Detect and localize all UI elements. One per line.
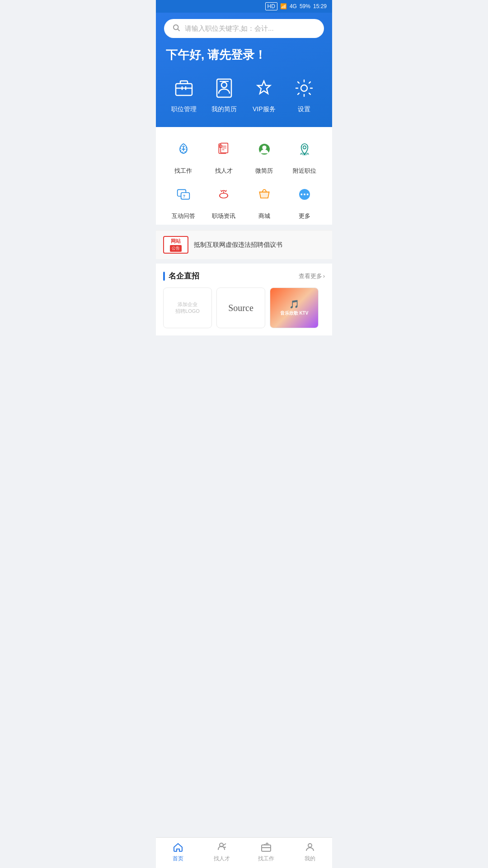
more-icon [291,181,318,208]
quick-action-my-resume[interactable]: 我的简历 [211,75,237,113]
workplace-news-icon [211,181,237,208]
job-management-label: 职位管理 [171,105,197,113]
company-card-1[interactable]: 添加企业招聘LOGO [163,288,212,328]
my-resume-label: 我的简历 [211,105,237,113]
menu-item-micro-resume[interactable]: 微简历 [244,136,285,175]
find-talent-label: 找人才 [215,167,233,175]
settings-label: 设置 [298,105,310,113]
workplace-news-label: 职场资讯 [212,212,235,220]
svg-point-34 [307,193,309,195]
svg-point-7 [221,82,227,88]
nearby-jobs-icon [291,136,318,162]
nearby-jobs-label: 附近职位 [293,167,316,175]
company-2-name: Source [228,303,253,313]
notice-text: 抵制互联网虚假违法招聘倡议书 [194,241,282,249]
menu-item-qa[interactable]: ? 互动问答 [163,181,204,220]
nav-spacer [156,335,332,367]
search-placeholder: 请输入职位关键字,如：会计... [185,24,274,33]
wifi-icon: 📶 [280,3,287,9]
quick-action-vip[interactable]: VIP服务 [251,75,277,113]
section-more-button[interactable]: 查看更多 › [299,272,325,280]
ktv-card: 🎵 音乐欣歌 KTV [270,288,318,328]
find-talent-icon [211,136,237,162]
section-title-bar [163,272,165,281]
micro-resume-icon [251,136,277,162]
status-bar: HD 📶 4G 59% 15:29 [156,0,332,13]
qa-icon: ? [170,181,197,208]
notice-bar[interactable]: 网站 公告 抵制互联网虚假违法招聘倡议书 [156,230,332,259]
svg-point-0 [174,25,178,30]
search-icon [172,24,180,33]
svg-point-33 [304,193,305,195]
signal-label: 4G [290,3,297,9]
svg-line-24 [300,153,302,155]
company-1-placeholder: 添加企业招聘LOGO [172,297,203,318]
menu-item-find-job[interactable]: 找工作 [163,136,204,175]
menu-item-more[interactable]: 更多 [285,181,325,220]
menu-grid: 找工作 找人才 [160,136,328,220]
svg-text:?: ? [183,194,185,198]
menu-item-workplace-news[interactable]: 职场资讯 [204,181,244,220]
find-job-label: 找工作 [174,167,192,175]
micro-resume-label: 微简历 [255,167,273,175]
quick-action-settings[interactable]: 设置 [291,75,317,113]
header-area: 请输入职位关键字,如：会计... 下午好, 请先登录！ 职位管理 [156,13,332,127]
greeting-text: 下午好, 请先登录！ [164,47,324,63]
vip-label: VIP服务 [253,105,276,113]
settings-icon [291,75,317,101]
job-management-icon [171,75,197,101]
company-cards: 添加企业招聘LOGO Source 🎵 音乐欣歌 KTV [163,288,325,328]
section-title: 名企直招 [169,271,199,281]
svg-point-22 [303,146,306,149]
time-label: 15:29 [313,3,327,9]
section-title-wrap: 名企直招 [163,271,199,281]
mall-icon [251,181,277,208]
menu-item-mall[interactable]: 商城 [244,181,285,220]
ktv-label: 🎵 音乐欣歌 KTV [280,299,309,316]
qa-label: 互动问答 [172,212,195,220]
my-resume-icon [211,75,237,101]
menu-item-find-talent[interactable]: 找人才 [204,136,244,175]
mall-label: 商城 [258,212,270,220]
find-job-icon [170,136,197,162]
search-bar[interactable]: 请输入职位关键字,如：会计... [164,19,324,38]
quick-actions: 职位管理 我的简历 VIP服务 [164,75,324,113]
more-label: 更多 [299,212,310,220]
company-card-2[interactable]: Source [216,288,265,328]
section-header: 名企直招 查看更多 › [163,271,325,281]
content-area: 找工作 找人才 [156,127,332,225]
notice-tag-top: 网站 [171,238,181,245]
svg-rect-2 [176,84,192,95]
quick-action-job-management[interactable]: 职位管理 [171,75,197,113]
chevron-right-icon: › [323,273,325,279]
svg-point-9 [301,85,307,91]
svg-point-32 [301,193,303,195]
notice-tag: 网站 公告 [163,236,188,254]
battery-label: 59% [300,3,310,9]
company-card-3[interactable]: 🎵 音乐欣歌 KTV [270,288,319,328]
notice-tag-bottom: 公告 [170,245,182,252]
svg-line-25 [308,153,309,155]
hd-badge: HD [265,2,277,10]
menu-item-nearby-jobs[interactable]: 附近职位 [285,136,325,175]
vip-icon [251,75,277,101]
section-more-label: 查看更多 [299,272,322,280]
svg-point-21 [262,146,266,150]
svg-line-1 [178,29,179,31]
featured-section: 名企直招 查看更多 › 添加企业招聘LOGO Source 🎵 音乐欣歌 KTV [156,264,332,335]
